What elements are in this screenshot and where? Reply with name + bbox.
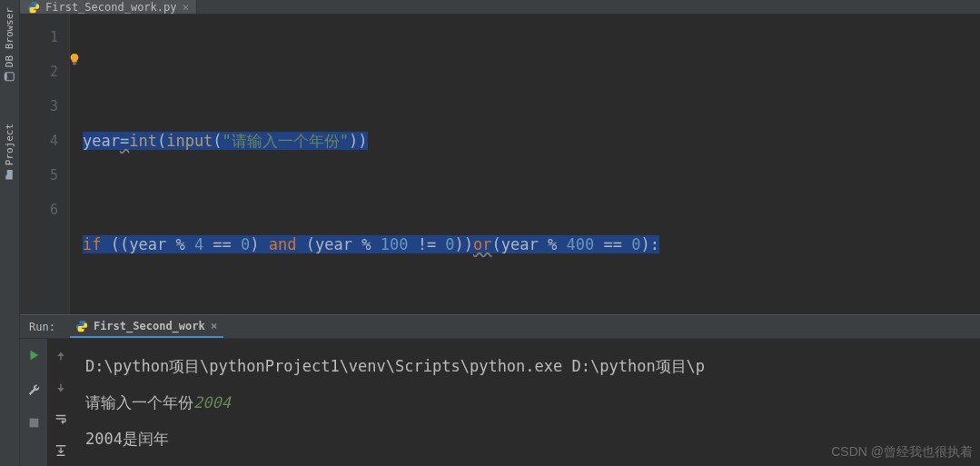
line-number: 2	[25, 55, 58, 89]
python-file-icon	[27, 1, 40, 14]
console-line: 请输入一个年份2004	[85, 384, 969, 421]
left-tool-sidebar: DB Browser Project	[0, 0, 20, 466]
stop-button[interactable]	[28, 415, 40, 432]
project-label: Project	[4, 124, 15, 165]
run-label: Run:	[29, 321, 55, 333]
file-tab-label: First_Second_work.py	[45, 1, 177, 14]
svg-rect-1	[73, 63, 76, 64]
run-panel: Run: First_Second_work × D:\python项目\pyt…	[20, 314, 980, 466]
file-tab[interactable]: First_Second_work.py ×	[20, 0, 197, 14]
wrench-icon[interactable]	[27, 382, 40, 399]
line-number: 4	[25, 124, 58, 158]
intention-bulb-icon[interactable]	[68, 53, 81, 65]
line-number: 5	[25, 158, 58, 193]
db-browser-label: DB Browser	[4, 7, 15, 67]
arrow-up-icon[interactable]	[55, 348, 66, 365]
svg-rect-2	[29, 419, 38, 428]
arrow-down-icon[interactable]	[55, 380, 66, 397]
editor-tab-bar: First_Second_work.py ×	[20, 0, 980, 15]
db-browser-tab[interactable]: DB Browser	[1, 0, 18, 89]
run-header: Run: First_Second_work ×	[20, 315, 980, 339]
line-number: 1	[25, 20, 58, 55]
run-config-tab[interactable]: First_Second_work ×	[70, 315, 223, 338]
close-icon[interactable]: ×	[183, 0, 190, 14]
svg-point-0	[5, 73, 7, 81]
rerun-button[interactable]	[27, 348, 40, 365]
database-icon	[5, 71, 15, 82]
editor-area: First_Second_work.py × 1 2 3 4 5 6 year=…	[20, 0, 980, 314]
code-content[interactable]: year=int(input("请输入一个年份")) if ((year % 4…	[70, 15, 980, 314]
folder-icon	[5, 170, 15, 181]
line-gutter: 1 2 3 4 5 6	[20, 15, 70, 314]
watermark-text: CSDN @曾经我也很执着	[831, 444, 973, 461]
soft-wrap-icon[interactable]	[54, 411, 67, 429]
run-toolbar-secondary	[47, 339, 74, 466]
line-number: 3	[25, 89, 58, 124]
console-line: D:\python项目\pythonProject1\venv\Scripts\…	[85, 348, 969, 384]
run-tab-label: First_Second_work	[94, 320, 205, 332]
editor-body[interactable]: 1 2 3 4 5 6 year=int(input("请输入一个年份")) i…	[20, 15, 980, 314]
run-toolbar-primary	[20, 339, 47, 466]
project-tab[interactable]: Project	[1, 116, 18, 187]
close-icon[interactable]: ×	[211, 319, 218, 332]
scroll-to-end-icon[interactable]	[54, 443, 67, 461]
python-file-icon	[75, 320, 88, 332]
line-number: 6	[25, 193, 58, 227]
